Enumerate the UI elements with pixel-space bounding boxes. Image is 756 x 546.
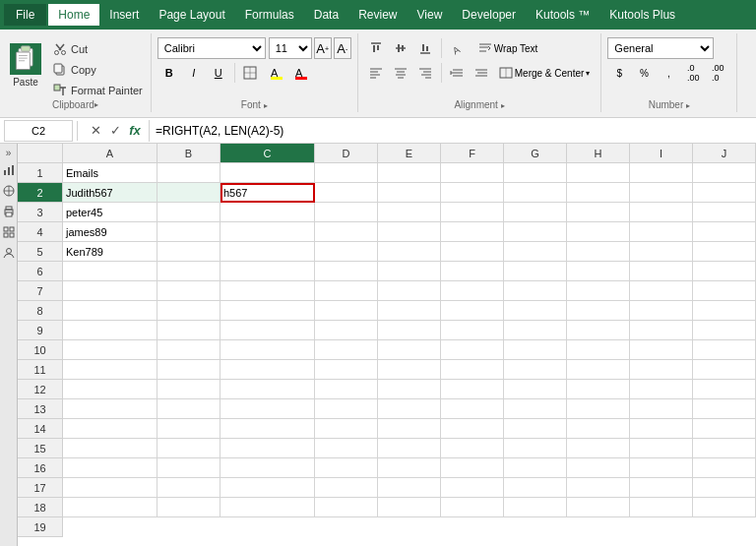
align-bottom-button[interactable] bbox=[413, 37, 437, 59]
menu-review[interactable]: Review bbox=[348, 4, 407, 26]
wrap-text-button[interactable]: Wrap Text bbox=[473, 37, 543, 59]
cell-c3[interactable] bbox=[220, 203, 315, 222]
cell-c1[interactable] bbox=[220, 163, 315, 183]
decrease-font-size-button[interactable]: A- bbox=[334, 37, 351, 59]
cell-j1[interactable] bbox=[693, 163, 756, 183]
cell-c6[interactable] bbox=[220, 262, 315, 281]
cell-g5[interactable] bbox=[504, 242, 567, 262]
increase-decimal-button[interactable]: .0.00 bbox=[681, 62, 705, 84]
cell-e4[interactable] bbox=[378, 222, 441, 242]
menu-data[interactable]: Data bbox=[304, 4, 348, 26]
col-header-h[interactable]: H bbox=[567, 144, 630, 163]
cell-i1[interactable] bbox=[630, 163, 693, 183]
col-header-c[interactable]: C bbox=[220, 144, 315, 163]
cell-a4[interactable]: james89 bbox=[63, 222, 158, 242]
formula-input[interactable] bbox=[149, 120, 752, 142]
cell-i2[interactable] bbox=[630, 183, 693, 203]
cell-h4[interactable] bbox=[567, 222, 630, 242]
row-num-11[interactable]: 11 bbox=[18, 360, 63, 380]
sidebar-chart-icon[interactable] bbox=[3, 164, 15, 179]
font-expand-icon[interactable]: ▸ bbox=[264, 101, 268, 110]
cell-b5[interactable] bbox=[158, 242, 220, 262]
font-name-select[interactable]: Calibri bbox=[158, 37, 266, 59]
col-header-a[interactable]: A bbox=[63, 144, 158, 163]
cell-c4[interactable] bbox=[220, 222, 315, 242]
row-num-18[interactable]: 18 bbox=[18, 498, 63, 517]
row-num-8[interactable]: 8 bbox=[18, 301, 63, 321]
cell-g1[interactable] bbox=[504, 163, 567, 183]
align-left-button[interactable] bbox=[364, 62, 388, 84]
cell-b1[interactable] bbox=[158, 163, 220, 183]
cell-i5[interactable] bbox=[630, 242, 693, 262]
menu-kutools-plus[interactable]: Kutools Plus bbox=[599, 4, 685, 26]
cell-d1[interactable] bbox=[315, 163, 378, 183]
cell-f5[interactable] bbox=[441, 242, 504, 262]
cell-i3[interactable] bbox=[630, 203, 693, 222]
menu-file[interactable]: File bbox=[4, 4, 46, 26]
cell-h5[interactable] bbox=[567, 242, 630, 262]
clipboard-expand-icon[interactable]: ▸ bbox=[94, 100, 98, 109]
cell-a1[interactable]: Emails bbox=[63, 163, 158, 183]
align-top-button[interactable] bbox=[364, 37, 388, 59]
col-header-b[interactable]: B bbox=[158, 144, 220, 163]
text-angle-button[interactable]: A bbox=[445, 37, 469, 59]
font-color-button[interactable]: A bbox=[287, 62, 311, 84]
sidebar-grid-icon[interactable] bbox=[3, 226, 15, 241]
cell-d6[interactable] bbox=[315, 262, 378, 281]
number-expand-icon[interactable]: ▸ bbox=[686, 101, 690, 110]
copy-button[interactable]: Copy bbox=[49, 60, 147, 80]
cell-d2[interactable] bbox=[315, 183, 378, 203]
cell-b2[interactable] bbox=[158, 183, 220, 203]
cell-f4[interactable] bbox=[441, 222, 504, 242]
cell-f1[interactable] bbox=[441, 163, 504, 183]
cell-b3[interactable] bbox=[158, 203, 220, 222]
cancel-formula-button[interactable]: ✕ bbox=[86, 121, 105, 141]
decrease-decimal-button[interactable]: .00.0 bbox=[706, 62, 729, 84]
italic-button[interactable]: I bbox=[182, 62, 206, 84]
merge-dropdown-icon[interactable]: ▾ bbox=[586, 69, 590, 78]
increase-indent-button[interactable] bbox=[470, 62, 493, 84]
cell-a5[interactable]: Ken789 bbox=[63, 242, 158, 262]
number-format-select[interactable]: General bbox=[607, 37, 714, 59]
align-right-button[interactable] bbox=[413, 62, 437, 84]
percent-button[interactable]: % bbox=[632, 62, 656, 84]
sidebar-data-icon[interactable] bbox=[3, 185, 15, 200]
row-num-6[interactable]: 6 bbox=[18, 262, 63, 281]
row-num-15[interactable]: 15 bbox=[18, 439, 63, 458]
underline-button[interactable]: U bbox=[207, 62, 230, 84]
align-center-button[interactable] bbox=[389, 62, 412, 84]
menu-home[interactable]: Home bbox=[48, 4, 99, 26]
sidebar-expand-icon[interactable]: » bbox=[6, 148, 12, 158]
insert-function-button[interactable]: fx bbox=[125, 121, 145, 141]
cell-b6[interactable] bbox=[158, 262, 220, 281]
menu-insert[interactable]: Insert bbox=[99, 4, 149, 26]
menu-developer[interactable]: Developer bbox=[452, 4, 526, 26]
row-num-16[interactable]: 16 bbox=[18, 458, 63, 478]
cell-h2[interactable] bbox=[567, 183, 630, 203]
cell-reference-box[interactable] bbox=[4, 120, 73, 142]
row-num-13[interactable]: 13 bbox=[18, 399, 63, 419]
row-num-4[interactable]: 4 bbox=[18, 222, 63, 242]
col-header-j[interactable]: J bbox=[693, 144, 756, 163]
col-header-i[interactable]: I bbox=[630, 144, 693, 163]
col-header-d[interactable]: D bbox=[315, 144, 378, 163]
cell-j5[interactable] bbox=[693, 242, 756, 262]
row-num-1[interactable]: 1 bbox=[18, 163, 63, 183]
cell-d5[interactable] bbox=[315, 242, 378, 262]
cell-c5[interactable] bbox=[220, 242, 315, 262]
decrease-indent-button[interactable] bbox=[445, 62, 469, 84]
currency-button[interactable]: $ bbox=[607, 62, 631, 84]
cell-e2[interactable] bbox=[378, 183, 441, 203]
cell-a6[interactable] bbox=[63, 262, 158, 281]
row-num-10[interactable]: 10 bbox=[18, 340, 63, 360]
menu-kutools[interactable]: Kutools ™ bbox=[526, 4, 599, 26]
cell-g3[interactable] bbox=[504, 203, 567, 222]
menu-view[interactable]: View bbox=[408, 4, 453, 26]
cell-b4[interactable] bbox=[158, 222, 220, 242]
cell-e1[interactable] bbox=[378, 163, 441, 183]
row-num-12[interactable]: 12 bbox=[18, 380, 63, 399]
cell-g2[interactable] bbox=[504, 183, 567, 203]
row-num-9[interactable]: 9 bbox=[18, 321, 63, 340]
col-header-e[interactable]: E bbox=[378, 144, 441, 163]
row-num-19[interactable]: 19 bbox=[18, 517, 63, 537]
